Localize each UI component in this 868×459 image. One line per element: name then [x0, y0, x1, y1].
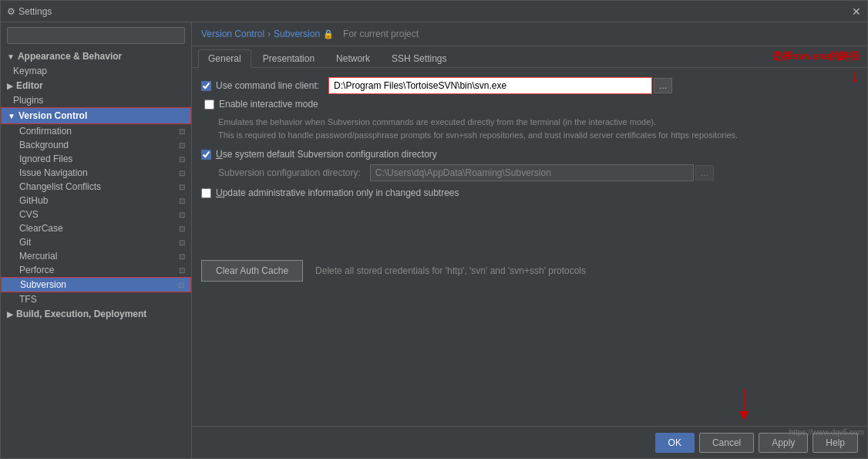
sidebar-item-background[interactable]: Background ⊡ [1, 138, 191, 152]
vcs-icon: ⊡ [178, 281, 184, 289]
sidebar-item-label: Confirmation [19, 126, 72, 137]
vcs-icon: ⊡ [179, 127, 185, 136]
sidebar-item-label: GitHub [19, 195, 48, 206]
vcs-icon: ⊡ [179, 183, 185, 191]
update-admin-row: Update administrative information only i… [201, 187, 858, 198]
sidebar-item-appearance[interactable]: ▼ Appearance & Behavior [1, 49, 191, 64]
system-default-row: Use system default Subversion configurat… [201, 149, 858, 160]
main-panel-wrapper: 选择svn.exe的路径 ↓ Version Control › Subvers… [192, 22, 867, 458]
sidebar-item-label: Plugins [13, 95, 43, 106]
apply-button[interactable]: Apply [759, 433, 808, 453]
config-dir-label: Subversion configuration directory: [218, 167, 361, 178]
system-default-checkbox[interactable] [201, 150, 211, 160]
sidebar-item-build[interactable]: ▶ Build, Execution, Deployment [1, 306, 191, 322]
interactive-mode-label[interactable]: Enable interactive mode [204, 99, 318, 110]
bottom-bar: OK Cancel Apply Help https://www.dqv5.co… [192, 426, 867, 458]
sidebar-item-label: Subversion [20, 279, 66, 290]
sidebar-item-cvs[interactable]: CVS ⊡ [1, 208, 191, 221]
help-button[interactable]: Help [812, 433, 858, 453]
cancel-button[interactable]: Cancel [699, 433, 754, 453]
window-title: Settings [19, 6, 52, 17]
expand-arrow: ▶ [7, 310, 13, 319]
use-command-line-label[interactable]: Use command line client: [201, 80, 319, 91]
sidebar-item-label: Build, Execution, Deployment [16, 309, 146, 319]
expand-arrow: ▼ [8, 112, 15, 120]
project-note: For current project [343, 29, 419, 39]
clear-cache-description: Delete all stored credentials for 'http'… [315, 265, 586, 276]
interactive-mode-text: Enable interactive mode [219, 99, 318, 110]
sidebar-item-clearcase[interactable]: ClearCase ⊡ [1, 221, 191, 235]
description-text: Emulates the behavior when Subversion co… [218, 116, 858, 141]
sidebar-item-issue-navigation[interactable]: Issue Navigation ⊡ [1, 166, 191, 180]
update-admin-text: Update administrative information only i… [216, 187, 459, 198]
main-content: ▼ Appearance & Behavior Keymap ▶ Editor … [1, 22, 867, 458]
breadcrumb: Version Control › Subversion 🔒 For curre… [192, 22, 867, 46]
vcs-icon: ⊡ [179, 266, 185, 275]
config-dir-input [370, 164, 694, 181]
search-input[interactable] [7, 27, 185, 44]
vcs-icon: ⊡ [179, 197, 185, 205]
interactive-mode-row: Enable interactive mode [204, 99, 858, 110]
sidebar-item-plugins[interactable]: Plugins [1, 93, 191, 107]
svn-path-input[interactable] [328, 77, 652, 94]
sidebar-item-label: Keymap [13, 66, 47, 76]
sidebar-item-label: Git [19, 237, 31, 248]
sidebar-item-editor[interactable]: ▶ Editor [1, 78, 191, 93]
breadcrumb-separator: › [267, 29, 271, 39]
vcs-icon: ⊡ [179, 238, 185, 247]
settings-icon: ⚙ [7, 6, 15, 17]
sidebar-item-label: CVS [19, 209, 39, 220]
update-admin-checkbox[interactable] [201, 188, 211, 198]
sidebar-item-changelist-conflicts[interactable]: Changelist Conflicts ⊡ [1, 180, 191, 194]
settings-content: Use command line client: ... Enable inte… [192, 68, 867, 426]
breadcrumb-parent[interactable]: Version Control [201, 29, 264, 39]
system-default-label[interactable]: Use system default Subversion configurat… [201, 149, 437, 160]
close-button[interactable]: ✕ [852, 5, 861, 18]
tab-general[interactable]: General [198, 49, 251, 68]
tab-network[interactable]: Network [326, 49, 380, 67]
breadcrumb-current: Subversion [274, 29, 320, 39]
clear-cache-section: Clear Auth Cache Delete all stored crede… [201, 260, 858, 282]
clear-cache-button[interactable]: Clear Auth Cache [201, 260, 303, 282]
vcs-icon: ⊡ [179, 224, 185, 233]
sidebar-item-label: Background [19, 140, 69, 150]
vcs-icon: ⊡ [179, 155, 185, 164]
config-dir-browse-button[interactable]: ... [695, 165, 714, 181]
settings-window: ⚙ Settings ✕ ▼ Appearance & Behavior Key… [0, 0, 868, 459]
sidebar-item-label: Editor [16, 80, 43, 91]
search-box [1, 22, 191, 49]
expand-arrow: ▶ [7, 82, 13, 90]
sidebar-item-mercurial[interactable]: Mercurial ⊡ [1, 249, 191, 263]
sidebar-item-tfs[interactable]: TFS [1, 292, 191, 306]
use-command-line-text: Use command line client: [216, 80, 319, 91]
tab-ssh-settings[interactable]: SSH Settings [382, 49, 456, 67]
sidebar-item-version-control[interactable]: ▼ Version Control [1, 107, 191, 124]
sidebar-item-label: TFS [19, 294, 37, 305]
sidebar-item-label: Perforce [19, 265, 54, 275]
vcs-icon: ⊡ [179, 169, 185, 177]
sidebar-item-perforce[interactable]: Perforce ⊡ [1, 263, 191, 277]
sidebar-item-git[interactable]: Git ⊡ [1, 235, 191, 249]
system-default-text: Use system default Subversion configurat… [216, 149, 437, 160]
sidebar-item-confirmation[interactable]: Confirmation ⊡ [1, 124, 191, 138]
browse-button[interactable]: ... [654, 78, 672, 93]
interactive-mode-checkbox[interactable] [204, 100, 214, 110]
update-admin-label[interactable]: Update administrative information only i… [201, 187, 459, 198]
sidebar-item-label: Ignored Files [19, 154, 72, 164]
sidebar-item-label: Issue Navigation [19, 167, 88, 178]
vcs-icon: ⊡ [179, 252, 185, 261]
tab-presentation[interactable]: Presentation [253, 49, 325, 67]
sidebar-item-label: Changelist Conflicts [19, 181, 101, 192]
sidebar-item-keymap[interactable]: Keymap [1, 64, 191, 78]
ok-button[interactable]: OK [655, 433, 695, 453]
sidebar-item-subversion[interactable]: Subversion ⊡ [1, 277, 191, 292]
sidebar: ▼ Appearance & Behavior Keymap ▶ Editor … [1, 22, 192, 458]
sidebar-item-label: Version Control [19, 110, 87, 121]
main-panel: Version Control › Subversion 🔒 For curre… [192, 22, 867, 426]
sidebar-item-ignored-files[interactable]: Ignored Files ⊡ [1, 152, 191, 166]
expand-arrow: ▼ [7, 52, 15, 61]
tabs-bar: General Presentation Network SSH Setting… [192, 46, 867, 68]
sidebar-item-github[interactable]: GitHub ⊡ [1, 194, 191, 208]
sidebar-item-label: Appearance & Behavior [18, 51, 122, 62]
use-command-line-checkbox[interactable] [201, 81, 211, 91]
